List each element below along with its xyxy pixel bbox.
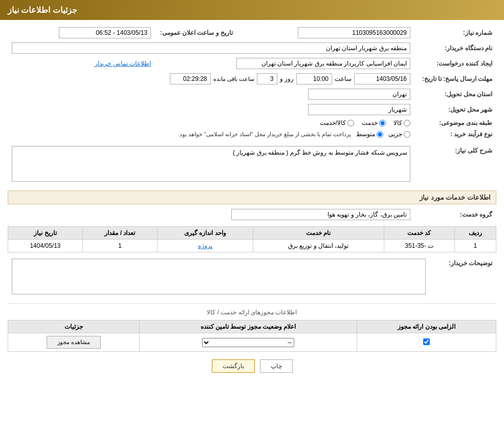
purchase-jozyi-option[interactable]: جزیی [388,131,410,138]
buyer-notes-table: توضیحات خریدار: [8,257,496,298]
col-supplier-status: اعلام وضعیت مجوز توسط تامین کننده [139,321,357,333]
purchase-motovaset-label: متوسط [356,131,375,138]
category-khadamat-option[interactable]: خدمت [362,119,386,126]
purchase-motovaset-option[interactable]: متوسط [356,131,383,138]
category-kala-khadamat-label: کالا/خدمت [320,119,346,126]
category-khadamat-radio[interactable] [379,120,386,126]
buyer-notes-label: توضیحات خریدار: [430,257,496,298]
response-deadline-label: مهلت ارسال پاسخ: تا تاریخ: [414,71,496,87]
col-need-date: تاریخ نیاز [8,227,83,240]
services-section-title: اطلاعات خدمات مورد نیاز [8,190,496,204]
purchase-motovaset-radio[interactable] [377,131,383,138]
description-value-cell [8,144,414,185]
contact-link[interactable]: اطلاعات تماس خریدار [95,60,151,67]
description-container [12,146,410,183]
cell-service-name: تولید، انتقال و توزیع برق [253,240,384,252]
cell-supplier-status: -- [139,333,357,352]
category-label: طبقه بندی موضوعی: [414,117,496,129]
category-kala-khadamat-option[interactable]: کالا/خدمت [320,119,354,126]
cell-row-num: 1 [454,240,496,252]
need-number-input [298,27,410,38]
licenses-title: اطلاعات مجوزهای ارائه خدمت / کالا [8,309,496,316]
category-kala-radio[interactable] [404,120,410,126]
purchase-type-label: نوع فرآیند خرید : [414,129,496,140]
col-required: الزامی بودن ارائه مجوز [357,321,496,333]
buyer-notes-cell [8,257,430,298]
announce-datetime-label: تاریخ و ساعت اعلان عمومی: [155,25,237,40]
need-number-value [237,25,414,40]
view-license-button[interactable]: مشاهده مجوز [47,336,101,349]
service-group-input [231,209,410,220]
main-content: شماره نیاز: تاریخ و ساعت اعلان عمومی: نا… [0,20,504,386]
purchase-note: پرداخت تمام یا بخشی از مبلغ خریدار محل "… [178,131,351,138]
service-group-value [8,207,414,222]
col-unit: واحد اندازه گیری [157,227,253,240]
buyer-org-input [12,42,410,54]
requester-label: ایجاد کننده درخواست: [414,56,496,71]
list-item: -- مشاهده مجوز [8,333,496,352]
service-group-label: گروه خدمت: [414,207,496,222]
response-remaining-input [170,73,211,84]
response-date-input [354,73,410,84]
required-checkbox[interactable] [423,338,430,345]
need-info-table: شماره نیاز: تاریخ و ساعت اعلان عمومی: نا… [8,25,496,140]
print-button[interactable]: چاپ [260,359,293,373]
description-label: شرح کلی نیاز: [414,144,496,185]
cell-details: مشاهده مجوز [8,333,140,352]
purchase-type-row: جزیی متوسط پرداخت تمام یا بخشی از مبلغ خ… [8,129,414,140]
col-row-num: ردیف [454,227,496,240]
licenses-table: الزامی بودن ارائه مجوز اعلام وضعیت مجوز … [8,320,496,352]
description-table: شرح کلی نیاز: [8,144,496,185]
buyer-org-value [8,40,414,56]
category-kala-option[interactable]: کالا [393,119,410,126]
cell-service-code: ت -35-351 [384,240,454,252]
col-details: جزئیات [8,321,140,333]
buyer-org-label: نام دستگاه خریدار: [414,40,496,56]
category-kala-label: کالا [393,119,402,126]
cell-quantity: 1 [82,240,157,252]
contact-link-cell: اطلاعات تماس خریدار [8,56,155,71]
province-value [8,87,414,102]
col-service-code: کد خدمت [384,227,454,240]
col-quantity: تعداد / مقدار [82,227,157,240]
service-group-table: گروه خدمت: [8,207,496,222]
announce-datetime-value [8,25,155,40]
category-khadamat-label: خدمت [362,119,378,126]
city-input [308,104,410,115]
page-title: جزئیات اطلاعات نیاز [8,6,77,14]
category-row: کالا خدمت کالا/خدمت [8,117,414,129]
page-wrapper: جزئیات اطلاعات نیاز شماره نیاز: تاریخ و … [0,0,504,448]
requester-input [236,58,410,69]
cell-need-date: 1404/05/13 [8,240,83,252]
back-button[interactable]: بازگشت [212,359,255,373]
response-deadline-row: ساعت روز و ساعت باقی مانده [8,71,414,87]
response-time-label: ساعت [335,75,352,82]
city-value [8,102,414,117]
supplier-status-select[interactable]: -- [202,338,294,347]
licenses-section: اطلاعات مجوزهای ارائه خدمت / کالا الزامی… [8,309,496,352]
response-days-label: روز و [280,75,294,82]
cell-unit[interactable]: پروژه [157,240,253,252]
bottom-buttons: چاپ بازگشت [8,359,496,373]
services-data-table: ردیف کد خدمت نام خدمت واحد اندازه گیری ت… [8,226,496,252]
city-label: شهر محل تحویل: [414,102,496,117]
col-service-name: نام خدمت [253,227,384,240]
purchase-jozyi-label: جزیی [388,131,402,138]
category-kala-khadamat-radio[interactable] [347,120,354,126]
response-remaining-label: ساعت باقی مانده [213,76,254,82]
announce-datetime-input [59,27,151,38]
response-days-input [257,73,277,84]
province-input [308,89,410,100]
requester-value [155,56,414,71]
section-divider [8,303,496,304]
province-label: استان محل تحویل: [414,87,496,102]
cell-required [357,333,496,352]
buyer-notes-textarea [12,259,426,294]
page-header: جزئیات اطلاعات نیاز [0,0,504,20]
need-number-label: شماره نیاز: [414,25,496,40]
purchase-jozyi-radio[interactable] [404,131,410,138]
response-time-input [296,73,332,84]
table-row: 1 ت -35-351 تولید، انتقال و توزیع برق پر… [8,240,496,252]
description-textarea [12,146,410,182]
